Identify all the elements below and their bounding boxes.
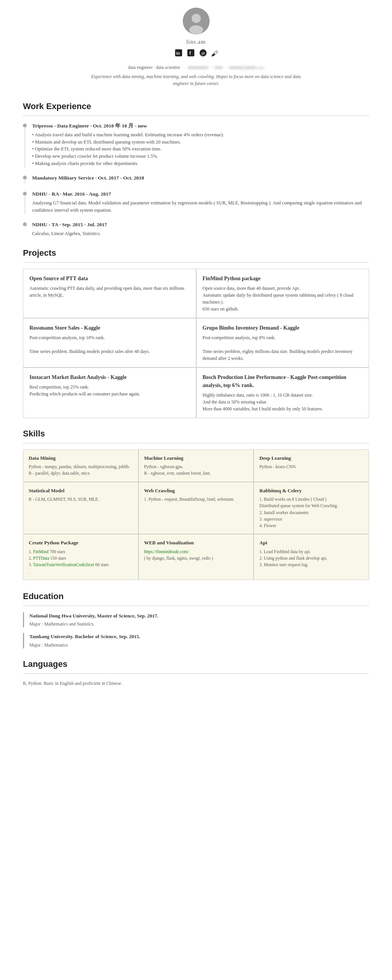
languages-divider <box>23 673 369 674</box>
work-item-military: Mandatory Military Service · Oct. 2017 -… <box>23 174 369 183</box>
project-name-bimbo: Grupo Bimbo Inventory Demand - Kaggle <box>203 324 363 332</box>
github-icon[interactable]: git <box>199 49 207 60</box>
dot <box>23 124 27 127</box>
profile-meta: data engineer · data scientist · ●●●●●●●… <box>23 64 369 71</box>
project-desc-ptt: Automatic crawling PTT data daily, and p… <box>29 285 190 299</box>
project-name-ptt: Open Source of PTT data <box>29 274 190 283</box>
timeline-ra <box>23 190 27 214</box>
pttdata-link[interactable]: PTTData <box>33 556 49 560</box>
skill-desc-webcrawling: 1. Python - request, BeautifulSoup, lxml… <box>144 496 248 503</box>
timeline-line <box>24 180 25 183</box>
project-desc-finmind: Open source data, more than 40 dataset, … <box>203 285 363 312</box>
project-name-instacart: Instacart Market Basket Analysis - Kaggl… <box>29 373 190 381</box>
skill-web-viz: WEB and Visualization https://finmindtra… <box>138 534 254 580</box>
education-divider <box>23 606 369 606</box>
project-bimbo: Grupo Bimbo Inventory Demand - Kaggle Po… <box>196 318 369 368</box>
skill-api: Api 1. Load FinMind data by api. 2. Usin… <box>254 534 369 580</box>
edu-sub-ndhu: Major : Mathematics and Statistics. <box>29 621 369 627</box>
skill-statistical: Statistical Model R - GLM, GLMNET, NLS, … <box>23 482 138 534</box>
projects-grid: Open Source of PTT data Automatic crawli… <box>23 269 369 418</box>
edu-bar-tamkang <box>23 633 24 648</box>
work-experience-title: Work Experience <box>23 100 369 113</box>
linkedin-icon[interactable]: in <box>174 49 183 60</box>
work-item-ta: NDHU - TA · Sep. 2015 - Jul. 2017 Calcul… <box>23 221 369 237</box>
timeline-tripresso <box>23 122 27 167</box>
edu-title-tamkang: Tamkang University. Bachelor of Science,… <box>29 633 369 640</box>
facebook-icon[interactable]: f <box>187 49 195 60</box>
blog-icon[interactable]: 🖌 <box>211 49 218 60</box>
edu-title-ndhu: National Dong Hwa University, Master of … <box>29 612 369 620</box>
languages-title: Languages <box>23 658 369 670</box>
skill-desc-python-package: 1. FinMind 700 stars 2. PTTData 150 star… <box>29 549 133 575</box>
svg-text:in: in <box>176 51 180 55</box>
timeline-ta <box>23 221 27 237</box>
profile-name: lins.am <box>23 38 369 46</box>
skill-name-rabbitmq: Rabbitmq & Celery <box>259 487 363 495</box>
education-title: Education <box>23 590 369 603</box>
svg-text:git: git <box>201 51 205 55</box>
skill-name-python-package: Create Python Package <box>29 539 133 547</box>
work-title-ra: NDHU - RA · Mar. 2016 - Aug. 2017 <box>32 190 369 198</box>
skill-name-statistical: Statistical Model <box>29 487 133 495</box>
project-name-rossmann: Rossmann Store Sales - Kaggle <box>29 324 190 332</box>
skill-name-webcrawling: Web Crawling <box>144 487 248 495</box>
work-divider <box>23 116 369 116</box>
skill-data-mining: Data Mining Python - numpy, pandas, skle… <box>23 449 138 482</box>
work-title-military: Mandatory Military Service · Oct. 2017 -… <box>32 174 369 182</box>
projects-section: Projects Open Source of PTT data Automat… <box>23 247 369 418</box>
skill-name-ml: Machine Learning <box>144 454 248 462</box>
profile-header: lins.am in f git 🖌 data engineer · data … <box>23 8 369 91</box>
project-ptt: Open Source of PTT data Automatic crawli… <box>23 269 196 318</box>
skill-desc-dl: Python - kears-CNN. <box>259 464 363 470</box>
finmind-url-link[interactable]: https://finmindtrade.com/ <box>144 549 189 554</box>
project-desc-bimbo: Post-competition analysis, top 8% rank. … <box>203 334 363 362</box>
work-item-tripresso: Tripresso - Data Engineer · Oct. 2018 年 … <box>23 122 369 167</box>
work-experience-section: Work Experience Tripresso - Data Enginee… <box>23 100 369 237</box>
taiwan-link[interactable]: TaiwanTrainVerificationCode2text <box>33 562 94 567</box>
skill-desc-web-viz: https://finmindtrade.com/ ( by django, f… <box>144 549 248 562</box>
education-section: Education National Dong Hwa University, … <box>23 590 369 648</box>
skill-desc-ml: Python - xgboost-gpu. R - xgboost, svm, … <box>144 464 248 477</box>
languages-section: Languages R, Python. Basic in English an… <box>23 658 369 687</box>
finmind-link[interactable]: FinMind <box>33 549 49 554</box>
work-item-ra: NDHU - RA · Mar. 2016 - Aug. 2017 Analys… <box>23 190 369 214</box>
project-desc-rossmann: Post-competition analysis, top 10% rank.… <box>29 334 190 355</box>
edu-item-ndhu: National Dong Hwa University, Master of … <box>23 612 369 628</box>
skills-grid: Data Mining Python - numpy, pandas, skle… <box>23 449 369 580</box>
skill-desc-rabbitmq: 1. Build works on 8 Linodes ( Cloud ) Di… <box>259 496 363 529</box>
work-desc-ra: Analysing G7 financial data. Model valid… <box>32 199 369 214</box>
project-desc-bosch: Highly imbalance data, ratio is 1000 : 1… <box>203 392 363 412</box>
timeline-line <box>24 196 25 214</box>
skill-desc-statistical: R - GLM, GLMNET, NLS, SUR, MLE. <box>29 496 133 503</box>
timeline-military <box>23 174 27 183</box>
projects-divider <box>23 262 369 263</box>
edu-bar-ndhu <box>23 612 24 628</box>
dot <box>23 192 27 196</box>
skills-section: Skills Data Mining Python - numpy, panda… <box>23 427 369 580</box>
projects-title: Projects <box>23 247 369 259</box>
project-name-finmind: FinMind Python package <box>203 274 363 283</box>
skill-desc-data-mining: Python - numpy, pandas, sklearn, multipr… <box>29 464 133 477</box>
dot <box>23 222 27 226</box>
svg-point-2 <box>189 25 203 34</box>
social-icons: in f git 🖌 <box>23 49 369 60</box>
skill-name-web-viz: WEB and Visualization <box>144 539 248 547</box>
skill-desc-api: 1. Load FinMind data by api. 2. Using py… <box>259 549 363 568</box>
skill-ml: Machine Learning Python - xgboost-gpu. R… <box>138 449 254 482</box>
work-title-tripresso: Tripresso - Data Engineer · Oct. 2018 年 … <box>32 122 369 130</box>
edu-item-tamkang: Tamkang University. Bachelor of Science,… <box>23 633 369 648</box>
svg-point-1 <box>192 14 201 23</box>
svg-text:f: f <box>189 50 191 56</box>
skills-title: Skills <box>23 427 369 440</box>
languages-desc: R, Python. Basic in English and proficie… <box>23 680 369 687</box>
timeline-line <box>24 128 25 167</box>
project-name-bosch: Bosch Production Line Performance - Kagg… <box>203 373 363 389</box>
skill-python-package: Create Python Package 1. FinMind 700 sta… <box>23 534 138 580</box>
dot <box>23 176 27 180</box>
skills-divider <box>23 443 369 443</box>
project-rossmann: Rossmann Store Sales - Kaggle Post-compe… <box>23 318 196 368</box>
project-finmind: FinMind Python package Open source data,… <box>196 269 369 318</box>
work-desc-tripresso: • Analysis travel data and build a machi… <box>32 131 369 167</box>
avatar <box>183 8 210 34</box>
edu-sub-tamkang: Major : Mathematics <box>29 642 369 648</box>
